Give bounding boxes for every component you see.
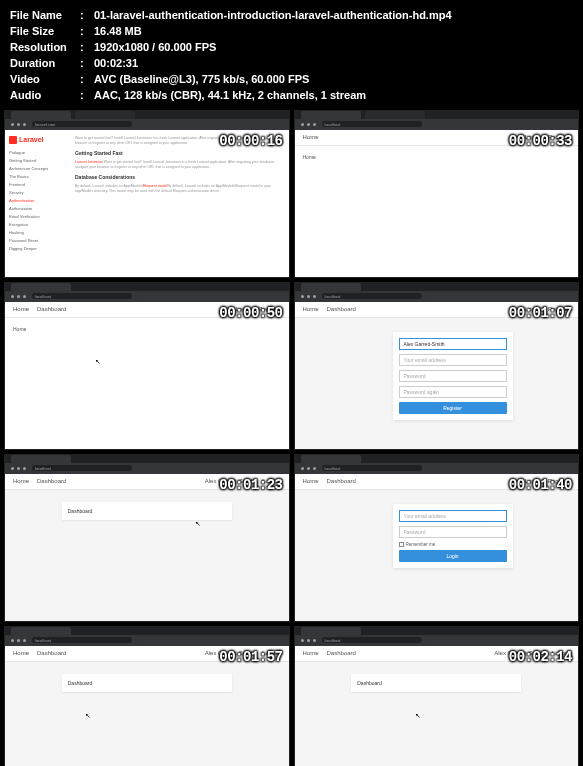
nav-link-home[interactable]: Home: [303, 306, 319, 312]
timestamp-overlay: 00:00:16: [219, 133, 282, 149]
thumbnail-2: localhost Home LoginRegister Home 00:00:…: [294, 110, 580, 278]
docs-content: Want to get started fast? Install Larave…: [69, 130, 283, 277]
nav-link-dashboard[interactable]: Dashboard: [327, 306, 356, 312]
nav-link-home[interactable]: Home: [303, 650, 319, 656]
browser-toolbar: localhost: [5, 291, 289, 302]
meta-value-duration: 00:02:31: [94, 56, 573, 72]
timestamp-overlay: 00:01:57: [219, 649, 282, 665]
sidebar-item[interactable]: Security: [9, 190, 61, 195]
checkbox-icon: [399, 542, 404, 547]
browser-tabstrip: [295, 111, 579, 119]
address-bar[interactable]: localhost: [32, 293, 132, 299]
page-heading: Home: [303, 154, 571, 160]
thumbnail-6: localhost HomeDashboard LoginRegister Yo…: [294, 454, 580, 622]
browser-tabstrip: [5, 627, 289, 635]
sidebar-item[interactable]: Authentication: [9, 198, 61, 203]
login-button[interactable]: Login: [399, 550, 507, 562]
meta-value-filename: 01-laravel-authentication-introduction-l…: [94, 8, 573, 24]
browser-toolbar: localhost: [295, 119, 579, 130]
timestamp-overlay: 00:00:33: [509, 133, 572, 149]
file-metadata: File Name : 01-laravel-authentication-in…: [0, 0, 583, 110]
meta-value-video: AVC (Baseline@L3), 775 kb/s, 60.000 FPS: [94, 72, 573, 88]
browser-tabstrip: [5, 455, 289, 463]
password-input[interactable]: Password: [399, 526, 507, 538]
nav-link-home[interactable]: Home: [13, 478, 29, 484]
sidebar-item[interactable]: Email Verification: [9, 214, 61, 219]
nav-link-home[interactable]: Home: [303, 478, 319, 484]
timestamp-overlay: 00:01:40: [509, 477, 572, 493]
address-bar[interactable]: localhost: [322, 121, 422, 127]
register-button[interactable]: Register: [399, 402, 507, 414]
sidebar-item[interactable]: Authorization: [9, 206, 61, 211]
nav-link-home[interactable]: Home: [303, 134, 319, 140]
browser-toolbar: localhost: [295, 463, 579, 474]
email-input[interactable]: Your email address: [399, 510, 507, 522]
timestamp-overlay: 00:00:50: [219, 305, 282, 321]
sidebar-item[interactable]: Hashing: [9, 230, 61, 235]
nav-link-dashboard[interactable]: Dashboard: [37, 478, 66, 484]
sidebar-item[interactable]: The Basics: [9, 174, 61, 179]
docs-link[interactable]: Laravel Jetstream: [75, 160, 103, 164]
address-bar[interactable]: localhost: [32, 465, 132, 471]
browser-toolbar: localhost: [5, 463, 289, 474]
thumbnail-grid: laravel.com Laravel Prologue Getting Sta…: [0, 110, 583, 766]
address-bar[interactable]: localhost: [322, 293, 422, 299]
name-input[interactable]: Alex Garrett-Smith: [399, 338, 507, 350]
nav-link-dashboard[interactable]: Dashboard: [327, 650, 356, 656]
browser-toolbar: localhost: [295, 635, 579, 646]
thumbnail-3: localhost HomeDashboard LoginRegister Ho…: [4, 282, 290, 450]
address-bar[interactable]: laravel.com: [32, 121, 132, 127]
browser-tabstrip: [295, 455, 579, 463]
cursor-icon: ↖: [95, 358, 101, 366]
sidebar-item[interactable]: Encryption: [9, 222, 61, 227]
nav-link-home[interactable]: Home: [13, 650, 29, 656]
address-bar[interactable]: localhost: [32, 637, 132, 643]
meta-value-filesize: 16.48 MB: [94, 24, 573, 40]
thumbnail-8: localhost HomeDashboard Alex Garrett-Smi…: [294, 626, 580, 766]
sidebar-item[interactable]: Prologue: [9, 150, 61, 155]
email-input[interactable]: Your email address: [399, 354, 507, 366]
browser-tabstrip: [295, 283, 579, 291]
sidebar-item[interactable]: Frontend: [9, 182, 61, 187]
password-confirm-input[interactable]: Password again: [399, 386, 507, 398]
meta-label-resolution: Resolution: [10, 40, 80, 56]
cursor-icon: ↖: [415, 712, 421, 720]
dashboard-card: Dashboard: [62, 502, 232, 520]
cursor-icon: ↖: [85, 712, 91, 720]
browser-tabstrip: [5, 111, 289, 119]
remember-me-checkbox[interactable]: Remember me: [399, 542, 507, 547]
meta-label-video: Video: [10, 72, 80, 88]
password-input[interactable]: Password: [399, 370, 507, 382]
laravel-logo: Laravel: [9, 136, 61, 144]
sidebar-item[interactable]: Digging Deeper: [9, 246, 61, 251]
nav-link-dashboard[interactable]: Dashboard: [37, 306, 66, 312]
sidebar-item[interactable]: Getting Started: [9, 158, 61, 163]
sidebar-item[interactable]: Architecture Concepts: [9, 166, 61, 171]
timestamp-overlay: 00:02:14: [509, 649, 572, 665]
thumbnail-4: localhost HomeDashboard LoginRegister Al…: [294, 282, 580, 450]
login-form: Your email address Password Remember me …: [393, 504, 513, 568]
browser-toolbar: laravel.com: [5, 119, 289, 130]
thumbnail-5: localhost HomeDashboard Alex Garrett-Smi…: [4, 454, 290, 622]
docs-sidebar: Laravel Prologue Getting Started Archite…: [5, 130, 65, 277]
sidebar-item[interactable]: Password Reset: [9, 238, 61, 243]
meta-label-duration: Duration: [10, 56, 80, 72]
nav-link-dashboard[interactable]: Dashboard: [327, 478, 356, 484]
meta-value-audio: AAC, 128 kb/s (CBR), 44.1 kHz, 2 channel…: [94, 88, 573, 104]
thumbnail-7: localhost HomeDashboard Alex Garrett-Smi…: [4, 626, 290, 766]
laravel-logo-icon: [9, 136, 17, 144]
nav-link-dashboard[interactable]: Dashboard: [37, 650, 66, 656]
address-bar[interactable]: localhost: [322, 465, 422, 471]
meta-label-filename: File Name: [10, 8, 80, 24]
cursor-icon: ↖: [195, 520, 201, 528]
docs-link[interactable]: Eloquent model: [143, 184, 167, 188]
meta-label-filesize: File Size: [10, 24, 80, 40]
meta-label-audio: Audio: [10, 88, 80, 104]
browser-toolbar: localhost: [5, 635, 289, 646]
browser-toolbar: localhost: [295, 291, 579, 302]
address-bar[interactable]: localhost: [322, 637, 422, 643]
thumbnail-1: laravel.com Laravel Prologue Getting Sta…: [4, 110, 290, 278]
timestamp-overlay: 00:01:07: [509, 305, 572, 321]
nav-link-home[interactable]: Home: [13, 306, 29, 312]
page-heading: Home: [13, 326, 281, 332]
